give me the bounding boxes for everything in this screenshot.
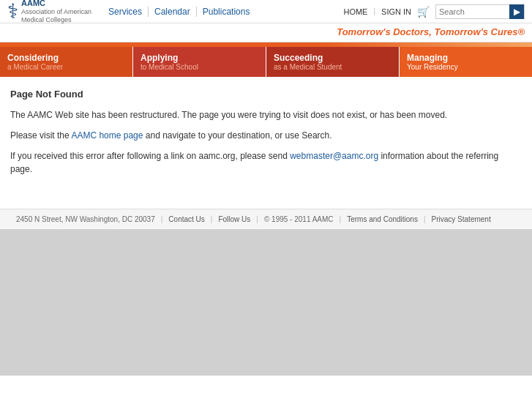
logo-text: AAMC Association of American Medical Col… [21,0,95,24]
bottom-space [0,229,532,376]
footer-contact-link[interactable]: Contact Us [168,215,204,223]
main-nav: Services Calendar Publications [95,7,343,17]
nav-calendar[interactable]: Calendar [149,7,197,17]
footer-privacy-link[interactable]: Privacy Statement [432,215,491,223]
nav-services[interactable]: Services [102,7,149,17]
top-right-area: HOME | SIGN IN 🛒 ▶ [343,4,525,19]
tab-considering[interactable]: Considering a Medical Career [0,47,133,77]
search-box: ▶ [435,4,525,19]
tagline-bar: Tomorrow's Doctors, Tomorrow's Cures® [0,23,532,42]
tab-applying[interactable]: Applying to Medical School [133,47,266,77]
para2-post: and navigate to your destination, or use… [143,130,331,141]
tab-succeeding-subtitle: as a Medical Student [274,63,391,71]
cart-icon[interactable]: 🛒 [417,6,430,18]
tab-succeeding-title: Succeeding [274,53,391,63]
content-para1: The AAMC Web site has been restructured.… [10,108,522,122]
section-tabs: Considering a Medical Career Applying to… [0,47,532,77]
webmaster-email-link[interactable]: webmaster@aamc.org [290,151,378,161]
para3-pre: If you received this error after followi… [10,151,290,161]
footer-follow-link[interactable]: Follow Us [218,215,250,223]
tab-managing-subtitle: Your Residency [407,63,525,71]
content-para2: Please visit the AAMC home page and navi… [10,129,522,142]
nav-publications[interactable]: Publications [197,7,256,17]
para2-pre: Please visit the [10,130,71,141]
tab-applying-title: Applying [141,53,258,63]
main-content: Page Not Found The AAMC Web site has bee… [0,77,532,209]
tab-managing-title: Managing [407,53,525,63]
footer-copyright: © 1995 - 2011 AAMC [264,215,334,223]
aamc-home-link[interactable]: AAMC home page [71,130,143,141]
tab-succeeding[interactable]: Succeeding as a Medical Student [266,47,400,77]
signin-link[interactable]: SIGN IN [381,7,411,16]
search-input[interactable] [436,7,509,16]
footer: 2450 N Street, NW Washington, DC 20037 |… [0,209,532,229]
tab-managing[interactable]: Managing Your Residency [400,47,532,77]
page-not-found-heading: Page Not Found [10,89,522,100]
search-button[interactable]: ▶ [509,4,524,19]
tab-considering-title: Considering [7,53,125,63]
logo: ⚕ AAMC Association of American Medical C… [7,0,95,24]
tab-considering-subtitle: a Medical Career [7,63,125,71]
logo-snake-icon: ⚕ [7,0,18,23]
footer-address-text: 2450 N Street, NW Washington, DC 20037 [16,215,155,223]
content-para3: If you received this error after followi… [10,149,522,176]
tagline: Tomorrow's Doctors, Tomorrow's Cures® [337,26,525,37]
footer-terms-link[interactable]: Terms and Conditions [347,215,418,223]
tab-applying-subtitle: to Medical School [141,63,258,71]
home-link[interactable]: HOME [343,7,367,16]
